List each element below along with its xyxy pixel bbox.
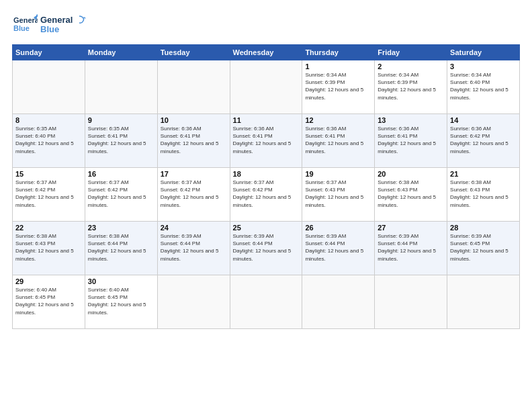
- day-info: Sunrise: 6:36 AMSunset: 6:41 PMDaylight:…: [378, 125, 444, 155]
- day-number: 15: [15, 170, 82, 178]
- day-info: Sunrise: 6:34 AMSunset: 6:39 PMDaylight:…: [305, 71, 371, 101]
- calendar-cell: 26 Sunrise: 6:39 AMSunset: 6:44 PMDaylig…: [302, 222, 375, 275]
- day-info: Sunrise: 6:36 AMSunset: 6:41 PMDaylight:…: [161, 125, 227, 155]
- calendar-cell: 16 Sunrise: 6:37 AMSunset: 6:42 PMDaylig…: [85, 168, 157, 222]
- logo-general: General: [40, 15, 73, 25]
- header-wednesday: Wednesday: [230, 45, 302, 60]
- day-info: Sunrise: 6:38 AMSunset: 6:43 PMDaylight:…: [450, 179, 517, 209]
- calendar-cell: 3 Sunrise: 6:34 AMSunset: 6:40 PMDayligh…: [447, 60, 520, 114]
- day-number: 28: [450, 224, 517, 232]
- day-info: Sunrise: 6:37 AMSunset: 6:42 PMDaylight:…: [88, 179, 154, 209]
- calendar-cell: 18 Sunrise: 6:37 AMSunset: 6:42 PMDaylig…: [230, 168, 302, 222]
- day-number: 12: [305, 116, 371, 124]
- header-thursday: Thursday: [302, 45, 375, 60]
- day-info: Sunrise: 6:37 AMSunset: 6:42 PMDaylight:…: [15, 179, 82, 209]
- day-number: 10: [161, 116, 227, 124]
- day-info: Sunrise: 6:36 AMSunset: 6:41 PMDaylight:…: [233, 125, 300, 155]
- calendar-cell: 13 Sunrise: 6:36 AMSunset: 6:41 PMDaylig…: [375, 114, 447, 168]
- day-number: 9: [88, 116, 154, 124]
- calendar-cell: 17 Sunrise: 6:37 AMSunset: 6:42 PMDaylig…: [157, 168, 230, 222]
- calendar-cell: [157, 275, 230, 329]
- calendar-cell: 19 Sunrise: 6:37 AMSunset: 6:43 PMDaylig…: [302, 168, 375, 222]
- calendar-cell: 24 Sunrise: 6:39 AMSunset: 6:44 PMDaylig…: [157, 222, 230, 275]
- calendar-cell: 25 Sunrise: 6:39 AMSunset: 6:44 PMDaylig…: [230, 222, 302, 275]
- day-info: Sunrise: 6:38 AMSunset: 6:43 PMDaylight:…: [378, 179, 444, 209]
- day-info: Sunrise: 6:35 AMSunset: 6:40 PMDaylight:…: [15, 125, 82, 155]
- calendar-cell: 2 Sunrise: 6:34 AMSunset: 6:39 PMDayligh…: [375, 60, 447, 114]
- calendar-cell: 8 Sunrise: 6:35 AMSunset: 6:40 PMDayligh…: [13, 114, 85, 168]
- day-number: 25: [233, 224, 300, 232]
- day-number: 2: [378, 62, 444, 71]
- day-info: Sunrise: 6:34 AMSunset: 6:40 PMDaylight:…: [450, 71, 517, 101]
- svg-text:Blue: Blue: [13, 24, 30, 32]
- day-info: Sunrise: 6:37 AMSunset: 6:43 PMDaylight:…: [305, 179, 371, 209]
- day-info: Sunrise: 6:35 AMSunset: 6:41 PMDaylight:…: [88, 125, 154, 155]
- day-info: Sunrise: 6:39 AMSunset: 6:44 PMDaylight:…: [378, 232, 444, 263]
- calendar-cell: 14 Sunrise: 6:36 AMSunset: 6:42 PMDaylig…: [447, 114, 520, 168]
- calendar-cell: [375, 275, 447, 329]
- logo-blue: Blue: [40, 25, 73, 34]
- logo: General Blue General Blue: [12, 12, 86, 38]
- day-info: Sunrise: 6:39 AMSunset: 6:44 PMDaylight:…: [233, 232, 300, 263]
- day-info: Sunrise: 6:40 AMSunset: 6:45 PMDaylight:…: [15, 286, 82, 316]
- calendar-cell: [230, 275, 302, 329]
- calendar-cell: 30 Sunrise: 6:40 AMSunset: 6:45 PMDaylig…: [85, 275, 157, 329]
- day-info: Sunrise: 6:37 AMSunset: 6:42 PMDaylight:…: [233, 179, 300, 209]
- calendar-cell: [157, 60, 230, 114]
- day-number: 30: [88, 277, 154, 285]
- calendar: Sunday Monday Tuesday Wednesday Thursday…: [12, 44, 520, 329]
- calendar-cell: 10 Sunrise: 6:36 AMSunset: 6:41 PMDaylig…: [157, 114, 230, 168]
- weekday-header-row: Sunday Monday Tuesday Wednesday Thursday…: [13, 45, 520, 60]
- day-number: 8: [15, 116, 82, 124]
- day-number: 26: [305, 224, 371, 232]
- page: General Blue General Blue: [0, 0, 532, 411]
- calendar-cell: 28 Sunrise: 6:39 AMSunset: 6:45 PMDaylig…: [447, 222, 520, 275]
- day-number: 13: [378, 116, 444, 124]
- day-number: 27: [378, 224, 444, 232]
- day-number: 16: [88, 170, 154, 178]
- calendar-cell: 15 Sunrise: 6:37 AMSunset: 6:42 PMDaylig…: [13, 168, 85, 222]
- day-number: 23: [88, 224, 154, 232]
- calendar-cell: [85, 60, 157, 114]
- day-info: Sunrise: 6:38 AMSunset: 6:44 PMDaylight:…: [88, 232, 154, 263]
- header: General Blue General Blue: [12, 12, 520, 38]
- day-info: Sunrise: 6:39 AMSunset: 6:44 PMDaylight:…: [161, 232, 227, 263]
- day-number: 20: [378, 170, 444, 178]
- calendar-cell: 20 Sunrise: 6:38 AMSunset: 6:43 PMDaylig…: [375, 168, 447, 222]
- day-info: Sunrise: 6:40 AMSunset: 6:45 PMDaylight:…: [88, 286, 154, 316]
- header-sunday: Sunday: [13, 45, 85, 60]
- day-number: 19: [305, 170, 371, 178]
- day-number: 24: [161, 224, 227, 232]
- calendar-cell: [447, 275, 520, 329]
- day-number: 17: [161, 170, 227, 178]
- header-tuesday: Tuesday: [157, 45, 230, 60]
- day-number: 14: [450, 116, 517, 124]
- calendar-cell: 1 Sunrise: 6:34 AMSunset: 6:39 PMDayligh…: [302, 60, 375, 114]
- day-number: 11: [233, 116, 300, 124]
- day-info: Sunrise: 6:39 AMSunset: 6:45 PMDaylight:…: [450, 232, 517, 263]
- calendar-cell: 21 Sunrise: 6:38 AMSunset: 6:43 PMDaylig…: [447, 168, 520, 222]
- day-number: 1: [305, 62, 371, 71]
- day-number: 29: [15, 277, 82, 285]
- day-number: 3: [450, 62, 517, 71]
- day-info: Sunrise: 6:39 AMSunset: 6:44 PMDaylight:…: [305, 232, 371, 263]
- day-info: Sunrise: 6:34 AMSunset: 6:39 PMDaylight:…: [378, 71, 444, 101]
- calendar-cell: 29 Sunrise: 6:40 AMSunset: 6:45 PMDaylig…: [13, 275, 85, 329]
- calendar-cell: 9 Sunrise: 6:35 AMSunset: 6:41 PMDayligh…: [85, 114, 157, 168]
- day-number: 18: [233, 170, 300, 178]
- calendar-cell: 11 Sunrise: 6:36 AMSunset: 6:41 PMDaylig…: [230, 114, 302, 168]
- day-info: Sunrise: 6:37 AMSunset: 6:42 PMDaylight:…: [161, 179, 227, 209]
- header-friday: Friday: [375, 45, 447, 60]
- header-monday: Monday: [85, 45, 157, 60]
- day-number: 21: [450, 170, 517, 178]
- calendar-cell: 23 Sunrise: 6:38 AMSunset: 6:44 PMDaylig…: [85, 222, 157, 275]
- day-info: Sunrise: 6:38 AMSunset: 6:43 PMDaylight:…: [15, 232, 82, 263]
- calendar-cell: [230, 60, 302, 114]
- calendar-cell: 22 Sunrise: 6:38 AMSunset: 6:43 PMDaylig…: [13, 222, 85, 275]
- calendar-cell: 12 Sunrise: 6:36 AMSunset: 6:41 PMDaylig…: [302, 114, 375, 168]
- calendar-cell: 27 Sunrise: 6:39 AMSunset: 6:44 PMDaylig…: [375, 222, 447, 275]
- calendar-cell: [302, 275, 375, 329]
- header-saturday: Saturday: [447, 45, 520, 60]
- day-info: Sunrise: 6:36 AMSunset: 6:42 PMDaylight:…: [450, 125, 517, 155]
- day-info: Sunrise: 6:36 AMSunset: 6:41 PMDaylight:…: [305, 125, 371, 155]
